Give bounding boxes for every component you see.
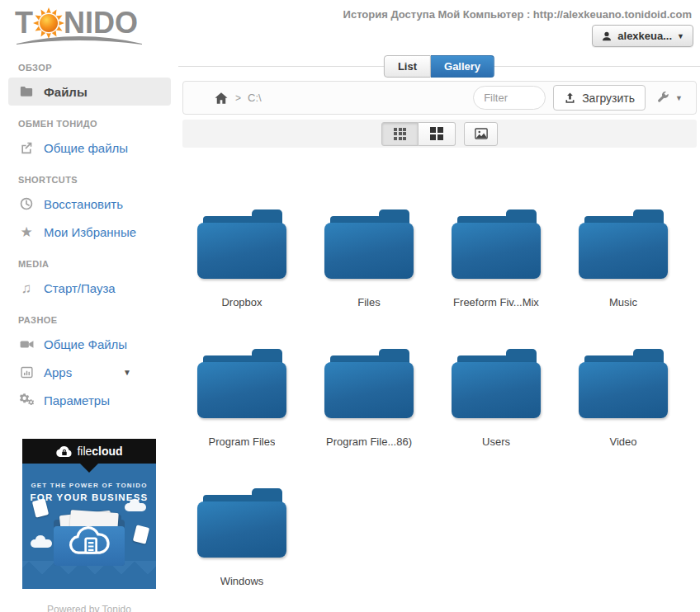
user-menu-button[interactable]: alexkeua... ▼	[592, 25, 693, 47]
tonido-app: T NIDO История	[0, 0, 700, 612]
banner-doc-icon	[133, 525, 149, 544]
sidebar-item-label: Общие файлы	[44, 141, 128, 155]
star-icon: ★	[18, 224, 35, 240]
breadcrumb: > C:\	[214, 91, 262, 106]
folder-icon	[579, 349, 668, 418]
chevron-down-icon: ▼	[123, 368, 131, 377]
sidebar-item-shared-files[interactable]: Общие файлы	[8, 134, 171, 162]
breadcrumb-path: C:\	[248, 92, 262, 104]
home-icon[interactable]	[214, 91, 229, 106]
sidebar-section-media: MEDIA	[0, 246, 178, 274]
folder-label: Program File...86)	[326, 435, 412, 448]
breadcrumb-separator: >	[235, 92, 241, 104]
folder-tile[interactable]: Music	[561, 209, 685, 308]
sidebar-item-files[interactable]: Файлы	[8, 78, 171, 106]
folder-label: Program Files	[209, 435, 276, 448]
sidebar-item-start-pause[interactable]: ♫Старт/Пауза	[8, 274, 171, 302]
folder-tile[interactable]: Program Files	[180, 349, 304, 448]
folder-icon	[197, 209, 286, 279]
tonido-logo[interactable]: T NIDO	[15, 5, 138, 41]
sidebar-section-overview: ОБЗОР	[0, 49, 178, 78]
banner-tagline-1: GET THE POWER OF TONIDO	[22, 482, 156, 489]
upload-icon	[564, 92, 576, 104]
view-tabstrip: List Gallery	[178, 49, 700, 81]
sidebar-item-apps[interactable]: Apps▼	[8, 358, 171, 386]
folder-tile[interactable]: Video	[561, 349, 685, 448]
user-icon	[601, 31, 612, 42]
sidebar-section-tonido-share: ОБМЕН ТОНИДО	[0, 106, 178, 134]
filecloud-banner-ad[interactable]: filecloud GET THE POWER OF TONIDO FOR YO…	[22, 439, 156, 589]
sidebar-item-restore[interactable]: Восстановить	[8, 190, 171, 218]
folder-grid: DropboxFilesFreeform Fiv...MixMusicProgr…	[178, 148, 700, 587]
folder-tile[interactable]: Users	[434, 349, 558, 448]
filecloud-brand: filecloud	[77, 445, 122, 458]
folder-icon	[579, 209, 668, 279]
tools-dropdown-button[interactable]: ▼	[655, 91, 683, 105]
folder-label: Windows	[220, 575, 264, 587]
filter-input[interactable]	[473, 86, 546, 110]
folder-label: Dropbox	[221, 296, 262, 308]
sidebar-section-misc: РАЗНОЕ	[0, 302, 178, 330]
sidebar-item-settings[interactable]: Параметры	[8, 386, 171, 414]
folder-icon	[18, 83, 35, 100]
sidebar-item-label: Старт/Пауза	[44, 281, 116, 295]
banner-cloud-doc-icon	[68, 526, 111, 560]
sidebar-item-favorites[interactable]: ★Мои Избранные	[8, 218, 171, 246]
folder-tile[interactable]: Program File...86)	[307, 349, 431, 448]
tab-list[interactable]: List	[384, 55, 431, 78]
powered-by-label: Powered by Tonido	[0, 604, 178, 612]
sidebar-item-label: Apps	[44, 365, 72, 379]
sidebar-item-label: Файлы	[44, 85, 88, 99]
folder-label: Users	[482, 435, 510, 448]
share-icon	[18, 139, 35, 156]
filecloud-banner-header: filecloud	[22, 439, 156, 464]
folder-tile[interactable]: Files	[307, 209, 431, 308]
tab-gallery[interactable]: Gallery	[431, 55, 494, 78]
upload-label: Загрузить	[582, 92, 635, 105]
main-content: List Gallery > C:\ Загрузить	[178, 49, 700, 612]
folder-icon	[324, 349, 414, 418]
folder-label: Video	[609, 435, 636, 448]
sidebar-section-shortcuts: SHORTCUTS	[0, 162, 178, 190]
filecloud-banner-body: GET THE POWER OF TONIDO FOR YOUR BUSINES…	[22, 464, 156, 589]
sidebar-item-label: Параметры	[44, 393, 110, 407]
banner-notch	[80, 464, 98, 473]
view-options-bar	[182, 120, 697, 148]
large-grid-view-button[interactable]	[419, 122, 456, 146]
large-grid-icon	[430, 127, 443, 140]
user-name-label: alexkeua...	[617, 30, 672, 42]
apps-icon	[18, 364, 35, 380]
folder-icon	[197, 488, 286, 558]
chevron-down-icon: ▼	[675, 94, 683, 102]
upload-button[interactable]: Загрузить	[553, 85, 646, 111]
folder-icon	[452, 349, 541, 418]
folder-label: Freeform Fiv...Mix	[453, 296, 539, 308]
small-grid-view-button[interactable]	[381, 122, 419, 146]
access-history-title: История Доступа Мой Компьютер : http://a…	[343, 8, 692, 21]
sidebar-item-label: Общие Файлы	[44, 337, 127, 351]
sidebar-item-label: Мои Избранные	[44, 225, 136, 239]
banner-folder-illustration	[54, 515, 125, 566]
folder-icon	[197, 349, 286, 418]
folder-tile[interactable]: Windows	[180, 488, 304, 587]
image-icon	[474, 126, 489, 141]
sidebar: ОБЗОРФайлыОБМЕН ТОНИДООбщие файлыSHORTCU…	[0, 49, 178, 612]
wrench-icon	[655, 91, 669, 105]
folder-tile[interactable]: Freeform Fiv...Mix	[434, 209, 558, 308]
folder-icon	[452, 209, 541, 279]
sidebar-item-label: Восстановить	[44, 197, 123, 211]
folder-tile[interactable]: Dropbox	[180, 209, 304, 308]
filecloud-cloud-icon	[55, 445, 73, 458]
video-icon	[18, 336, 35, 352]
sidebar-item-shared-media[interactable]: Общие Файлы	[8, 330, 171, 358]
banner-cloud-shape	[31, 539, 52, 548]
folder-icon	[324, 209, 414, 279]
music-icon: ♫	[18, 280, 35, 296]
header: T NIDO История	[0, 0, 700, 49]
sun-logo-icon	[32, 7, 65, 40]
file-toolbar: > C:\ Загрузить ▼	[182, 81, 697, 115]
folder-label: Files	[357, 296, 380, 308]
chevron-down-icon: ▼	[677, 32, 684, 40]
history-icon	[18, 195, 35, 212]
image-view-button[interactable]	[464, 122, 498, 146]
